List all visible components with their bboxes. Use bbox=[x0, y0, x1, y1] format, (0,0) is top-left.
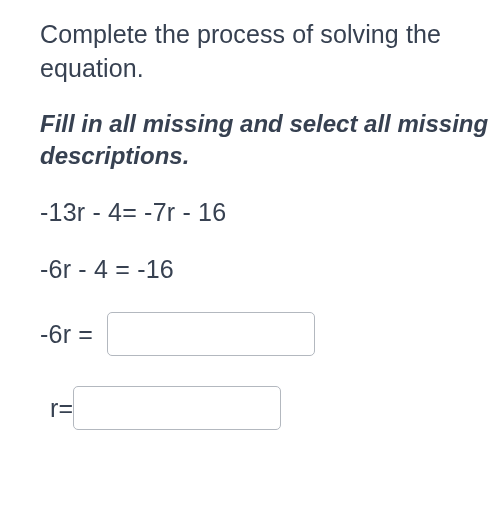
answer-input-step-4[interactable] bbox=[73, 386, 281, 430]
equation-step-1: -13r - 4= -7r - 16 bbox=[40, 198, 503, 227]
equation-step-4-lhs: r= bbox=[50, 394, 73, 423]
equation-step-3-lhs: -6r = bbox=[40, 320, 93, 349]
answer-input-step-3[interactable] bbox=[107, 312, 315, 356]
equation-step-4-row: r= bbox=[50, 386, 503, 430]
equation-step-3-row: -6r = bbox=[40, 312, 503, 356]
instruction-primary: Complete the process of solving the equa… bbox=[40, 18, 503, 86]
equation-step-2: -6r - 4 = -16 bbox=[40, 255, 503, 284]
exercise-container: Complete the process of solving the equa… bbox=[0, 0, 503, 430]
instruction-secondary: Fill in all missing and select all missi… bbox=[40, 108, 503, 173]
